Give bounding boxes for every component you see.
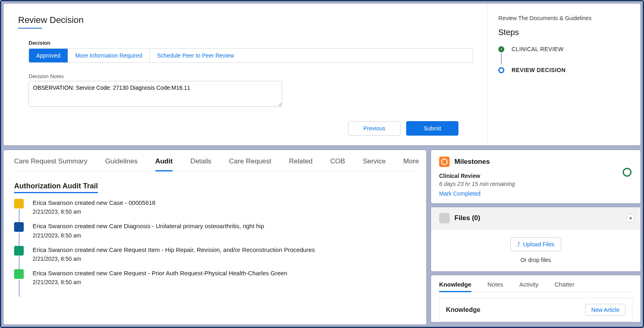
- decision-approved-button[interactable]: Approved: [29, 49, 68, 62]
- audit-list: Erica Swanson created new Case - 0000561…: [14, 199, 416, 285]
- tab-care-request[interactable]: Care Request: [229, 157, 271, 170]
- step-label: CLINICAL REVIEW: [512, 46, 564, 52]
- page-title: Review Decision: [18, 15, 473, 25]
- decision-label: Decision: [29, 40, 473, 46]
- knowledge-card: Knowledge Notes Activity Chatter Knowled…: [431, 275, 640, 322]
- milestone-icon: [439, 157, 450, 167]
- check-circle-icon: [498, 46, 504, 52]
- tab-service[interactable]: Service: [363, 157, 386, 170]
- audit-item-date: 2/21/2023, 8:50 am: [33, 208, 155, 215]
- tabs-row: Care Request Summary Guidelines Audit De…: [14, 157, 416, 171]
- decision-schedule-p2p-button[interactable]: Schedule Peer to Peer Review: [150, 49, 241, 62]
- step-clinical-review: CLINICAL REVIEW: [498, 46, 630, 52]
- audit-item: Erica Swanson created new Case - 0000561…: [14, 199, 416, 215]
- tab-more[interactable]: More: [403, 157, 419, 170]
- decision-notes-textarea[interactable]: [29, 81, 282, 107]
- ktab-activity[interactable]: Activity: [519, 281, 539, 292]
- audit-item-icon: [14, 199, 24, 208]
- steps-title: Steps: [498, 28, 630, 37]
- milestones-card: Milestones Clinical Review 6 days 23 hr …: [431, 150, 640, 203]
- audit-item-icon: [14, 269, 24, 279]
- mark-completed-link[interactable]: Mark Completed: [439, 190, 481, 197]
- drop-files-text: Or drop files: [439, 257, 632, 263]
- audit-item-date: 2/21/2023, 8:50 am: [33, 279, 287, 285]
- tab-cob[interactable]: COB: [330, 157, 345, 170]
- audit-item-text: Erica Swanson created new Case - 0000561…: [33, 199, 155, 207]
- tab-guidelines[interactable]: Guidelines: [105, 157, 137, 170]
- ktab-notes[interactable]: Notes: [487, 281, 503, 292]
- upload-label: Upload Files: [523, 241, 555, 248]
- tab-audit[interactable]: Audit: [155, 157, 173, 171]
- audit-item-text: Erica Swanson created new Care Diagnosis…: [33, 222, 264, 230]
- current-step-icon: [498, 67, 504, 73]
- sidebar-heading: Review The Documents & Guidelines: [498, 15, 630, 21]
- step-review-decision: REVIEW DECISION: [498, 67, 630, 73]
- previous-button[interactable]: Previous: [348, 121, 400, 136]
- decision-more-info-button[interactable]: More Information Required: [68, 49, 150, 62]
- files-card: Files (0) ▼ ⤴ Upload Files Or drop files: [431, 207, 640, 271]
- decision-notes-label: Decision Notes: [29, 73, 473, 79]
- audit-item-text: Erica Swanson created new Care Request I…: [33, 246, 315, 254]
- milestones-title: Milestones: [454, 158, 490, 166]
- tab-details[interactable]: Details: [190, 157, 211, 170]
- step-label: REVIEW DECISION: [512, 67, 566, 73]
- milestone-name: Clinical Review: [439, 173, 632, 179]
- audit-item: Erica Swanson created new Care Diagnosis…: [14, 222, 416, 238]
- tab-related[interactable]: Related: [289, 157, 313, 170]
- submit-button[interactable]: Submit: [406, 121, 458, 136]
- audit-item-date: 2/21/2023, 8:50 am: [33, 256, 315, 262]
- decision-button-group: Approved More Information Required Sched…: [29, 48, 473, 63]
- milestone-remaining: 6 days 23 hr 15 min remaining: [439, 181, 632, 187]
- audit-trail-heading: Authorization Audit Trail: [14, 182, 98, 193]
- audit-item: Erica Swanson created new Care Request I…: [14, 246, 416, 262]
- audit-item-date: 2/21/2023, 8:50 am: [33, 232, 264, 239]
- audit-item-text: Erica Swanson created new Care Request -…: [33, 269, 287, 277]
- upload-icon: ⤴: [517, 241, 520, 248]
- files-icon: [439, 213, 450, 223]
- files-dropdown-button[interactable]: ▼: [627, 214, 635, 222]
- new-article-button[interactable]: New Article: [585, 304, 625, 316]
- ktab-knowledge[interactable]: Knowledge: [439, 281, 471, 292]
- upload-files-button[interactable]: ⤴ Upload Files: [510, 237, 561, 251]
- steps-sidebar: Review The Documents & Guidelines Steps …: [487, 4, 640, 145]
- audit-item-icon: [14, 222, 24, 232]
- review-decision-panel: Review Decision Decision Approved More I…: [4, 4, 640, 145]
- files-title: Files (0): [454, 214, 480, 222]
- audit-item: Erica Swanson created new Care Request -…: [14, 269, 416, 285]
- audit-connector: [19, 280, 19, 297]
- step-connector: [501, 53, 502, 64]
- ktab-chatter[interactable]: Chatter: [555, 281, 574, 292]
- detail-tabs-panel: Care Request Summary Guidelines Audit De…: [4, 150, 426, 324]
- tab-care-request-summary[interactable]: Care Request Summary: [14, 157, 87, 170]
- audit-item-icon: [14, 246, 24, 256]
- progress-ring-icon: [623, 168, 632, 177]
- knowledge-body-title: Knowledge: [446, 306, 480, 314]
- title-underline: [18, 28, 42, 29]
